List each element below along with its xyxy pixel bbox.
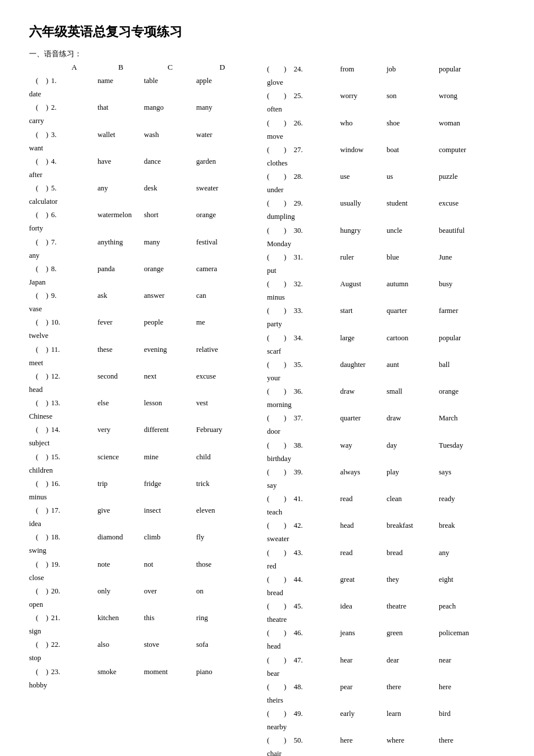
open-paren: ( (267, 627, 276, 640)
col-d-val: often (267, 103, 276, 116)
close-paren: ) (276, 251, 294, 264)
row-num: 23. (51, 665, 98, 679)
col-a-val: draw (340, 385, 387, 398)
close-paren: ) (276, 385, 294, 398)
close-paren: ) (276, 89, 294, 103)
col-d-val: stop (29, 651, 38, 665)
col-a-val: head (340, 519, 387, 532)
col-a-val: science (98, 451, 144, 464)
close-paren: ) (276, 143, 294, 157)
open-paren: ( (267, 466, 276, 479)
col-b-val: shoe (387, 117, 439, 130)
row-num: 50. (294, 734, 340, 747)
close-paren: ) (276, 304, 294, 318)
col-a-val: way (340, 439, 387, 452)
col-d-val: nearby (267, 721, 276, 734)
col-c-val: beautiful (439, 224, 491, 237)
row-num: 21. (51, 611, 98, 625)
col-c-val: apple (196, 74, 248, 88)
col-c-val: sweater (196, 182, 248, 195)
col-c-val: ball (439, 358, 491, 372)
page-title: 六年级英语总复习专项练习 (29, 23, 505, 41)
row-num: 41. (294, 492, 340, 506)
open-paren: ( (267, 707, 276, 721)
row-num: 28. (294, 170, 340, 183)
row-num: 27. (294, 143, 340, 157)
open-paren: ( (29, 208, 38, 222)
col-b-val: different (144, 423, 196, 437)
col-c-val: relative (196, 343, 248, 357)
list-item: ( ) 19. note not those close (29, 558, 267, 585)
col-a-val: jeans (340, 627, 387, 640)
col-b-val: desk (144, 182, 196, 195)
col-d-val: calculator (29, 195, 38, 208)
col-b-val: wash (144, 128, 196, 142)
row-num: 12. (51, 370, 98, 383)
col-c-val: woman (439, 117, 491, 130)
col-d-val: theatre (267, 613, 276, 627)
list-item: ( ) 41. read clean ready teach (267, 492, 505, 519)
row-num: 26. (294, 117, 340, 130)
close-paren: ) (38, 451, 51, 464)
col-b-val: this (144, 611, 196, 625)
col-a-val: early (340, 707, 387, 721)
col-b-val: dance (144, 155, 196, 168)
open-paren: ( (29, 451, 38, 464)
row-num: 24. (294, 63, 340, 76)
list-item: ( ) 17. give insect eleven idea (29, 504, 267, 531)
list-item: ( ) 26. who shoe woman move (267, 117, 505, 143)
list-item: ( ) 5. any desk sweater calculator (29, 182, 267, 208)
close-paren: ) (38, 316, 51, 329)
open-paren: ( (267, 89, 276, 103)
close-paren: ) (276, 707, 294, 721)
open-paren: ( (29, 316, 38, 329)
col-c-val: ready (439, 492, 491, 506)
row-num: 38. (294, 439, 340, 452)
col-b-val: there (387, 681, 439, 694)
col-c-val: any (439, 546, 491, 560)
list-item: ( ) 43. read bread any red (267, 546, 505, 573)
list-item: ( ) 11. these evening relative meet (29, 343, 267, 370)
close-paren: ) (276, 439, 294, 452)
close-paren: ) (38, 74, 51, 88)
open-paren: ( (267, 278, 276, 291)
col-c-val: peach (439, 600, 491, 613)
open-paren: ( (29, 236, 38, 249)
col-d-val: meet (29, 357, 38, 370)
col-d-val: open (29, 598, 38, 611)
row-num: 10. (51, 316, 98, 329)
open-paren: ( (267, 600, 276, 613)
list-item: ( ) 38. way day Tuesday birthday (267, 439, 505, 466)
col-c-val: busy (439, 278, 491, 291)
row-num: 2. (51, 101, 98, 114)
col-c-val: orange (439, 385, 491, 398)
col-d-val: children (29, 464, 38, 477)
close-paren: ) (38, 101, 51, 114)
open-paren: ( (29, 289, 38, 303)
col-d-val: any (29, 249, 38, 262)
close-paren: ) (38, 262, 51, 276)
row-num: 22. (51, 638, 98, 651)
list-item: ( ) 35. daughter aunt ball your (267, 358, 505, 385)
col-b-val: son (387, 89, 439, 103)
col-d-val: clothes (267, 157, 276, 170)
row-num: 13. (51, 397, 98, 410)
close-paren: ) (38, 477, 51, 491)
open-paren: ( (267, 654, 276, 667)
close-paren: ) (276, 332, 294, 345)
list-item: ( ) 47. hear dear near bear (267, 654, 505, 681)
row-num: 20. (51, 585, 98, 598)
close-paren: ) (276, 519, 294, 532)
list-item: ( ) 37. quarter draw March door (267, 412, 505, 438)
row-num: 33. (294, 304, 340, 318)
col-b-val: quarter (387, 304, 439, 318)
col-c-val: me (196, 316, 248, 329)
col-a-val: August (340, 278, 387, 291)
open-paren: ( (267, 224, 276, 237)
col-c-val: on (196, 585, 248, 598)
list-item: ( ) 15. science mine child children (29, 451, 267, 477)
col-a-val: quarter (340, 412, 387, 425)
open-paren: ( (267, 143, 276, 157)
col-b-val: autumn (387, 278, 439, 291)
col-a-val: start (340, 304, 387, 318)
